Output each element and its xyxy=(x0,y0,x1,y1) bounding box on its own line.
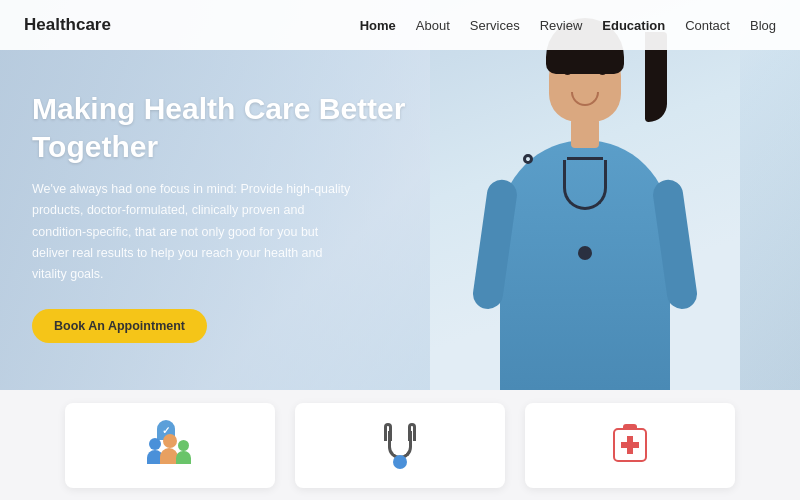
stethoscope-card-icon xyxy=(380,421,420,469)
stethoscope-chest-piece xyxy=(578,246,592,260)
nav-item-education[interactable]: Education xyxy=(602,16,665,34)
brand-name[interactable]: Healthcare xyxy=(24,15,111,35)
hero-description: We've always had one focus in mind: Prov… xyxy=(32,179,352,285)
card-healthcare-check xyxy=(65,403,275,488)
nurse-smile xyxy=(571,92,599,106)
nav-item-blog[interactable]: Blog xyxy=(750,16,776,34)
person3-head xyxy=(178,440,189,451)
nav-link-services[interactable]: Services xyxy=(470,18,520,33)
navbar: Healthcare Home About Services Review Ed… xyxy=(0,0,800,50)
nav-links: Home About Services Review Education Con… xyxy=(360,16,776,34)
book-appointment-button[interactable]: Book An Appointment xyxy=(32,309,207,343)
stethoscope-earpiece xyxy=(523,154,533,164)
nav-item-review[interactable]: Review xyxy=(540,16,583,34)
person2-head xyxy=(163,434,177,448)
nav-link-about[interactable]: About xyxy=(416,18,450,33)
nav-link-contact[interactable]: Contact xyxy=(685,18,730,33)
stethoscope-icon xyxy=(563,160,607,210)
cards-section xyxy=(0,390,800,500)
nav-item-home[interactable]: Home xyxy=(360,16,396,34)
nav-item-contact[interactable]: Contact xyxy=(685,16,730,34)
steth-diaphragm xyxy=(393,455,407,469)
card-stethoscope xyxy=(295,403,505,488)
hero-title: Making Health Care Better Together xyxy=(32,90,412,165)
nav-item-services[interactable]: Services xyxy=(470,16,520,34)
firstaid-icon xyxy=(609,424,651,466)
nurse-figure xyxy=(430,0,740,390)
aid-box xyxy=(613,428,647,462)
nav-link-home[interactable]: Home xyxy=(360,18,396,33)
hero-section: Making Health Care Better Together We've… xyxy=(0,0,800,390)
hero-content: Making Health Care Better Together We've… xyxy=(32,50,412,343)
nurse-neck xyxy=(571,118,599,148)
person1-head xyxy=(149,438,161,450)
healthcare-check-icon xyxy=(145,420,195,470)
nav-link-blog[interactable]: Blog xyxy=(750,18,776,33)
aid-cross-v xyxy=(627,436,633,454)
nav-link-review[interactable]: Review xyxy=(540,18,583,33)
card-firstaid xyxy=(525,403,735,488)
person3-body xyxy=(176,451,191,464)
nav-link-education[interactable]: Education xyxy=(602,18,665,33)
nav-item-about[interactable]: About xyxy=(416,16,450,34)
stethoscope-tube-top xyxy=(567,157,603,160)
